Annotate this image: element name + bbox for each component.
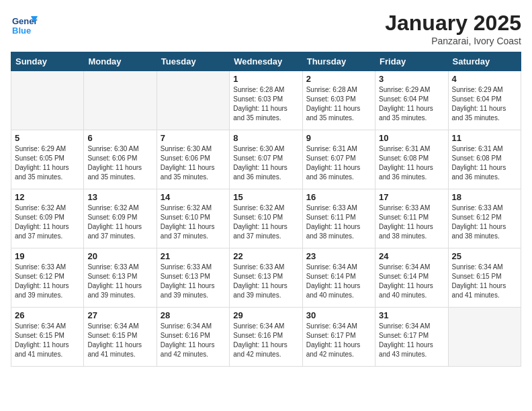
calendar-cell: 20 Sunrise: 6:33 AMSunset: 6:13 PMDaylig… — [84, 248, 157, 308]
day-info: Sunrise: 6:34 AMSunset: 6:14 PMDaylight:… — [379, 263, 433, 299]
day-number: 3 — [379, 74, 444, 84]
day-number: 31 — [379, 310, 444, 320]
day-number: 1 — [233, 74, 298, 84]
calendar-cell: 28 Sunrise: 6:34 AMSunset: 6:16 PMDaylig… — [157, 308, 229, 367]
day-number: 27 — [87, 310, 152, 320]
calendar-cell: 15 Sunrise: 6:32 AMSunset: 6:10 PMDaylig… — [230, 189, 302, 248]
calendar-cell: 12 Sunrise: 6:32 AMSunset: 6:09 PMDaylig… — [11, 189, 84, 248]
day-info: Sunrise: 6:28 AMSunset: 6:03 PMDaylight:… — [306, 86, 361, 122]
calendar-cell: 10 Sunrise: 6:31 AMSunset: 6:08 PMDaylig… — [375, 130, 448, 189]
day-info: Sunrise: 6:33 AMSunset: 6:11 PMDaylight:… — [306, 204, 361, 240]
day-number: 2 — [306, 74, 371, 84]
day-number: 9 — [306, 133, 371, 143]
day-info: Sunrise: 6:28 AMSunset: 6:03 PMDaylight:… — [233, 86, 287, 122]
calendar-cell: 26 Sunrise: 6:34 AMSunset: 6:15 PMDaylig… — [11, 308, 84, 367]
day-number: 13 — [87, 192, 152, 202]
day-number: 21 — [161, 251, 226, 261]
calendar-cell: 17 Sunrise: 6:33 AMSunset: 6:11 PMDaylig… — [375, 189, 448, 248]
calendar-cell: 30 Sunrise: 6:34 AMSunset: 6:17 PMDaylig… — [302, 308, 375, 367]
calendar-header-row: SundayMondayTuesdayWednesdayThursdayFrid… — [11, 52, 521, 71]
day-info: Sunrise: 6:32 AMSunset: 6:09 PMDaylight:… — [15, 204, 69, 240]
week-row-4: 26 Sunrise: 6:34 AMSunset: 6:15 PMDaylig… — [11, 308, 521, 367]
day-number: 8 — [233, 133, 298, 143]
day-info: Sunrise: 6:34 AMSunset: 6:16 PMDaylight:… — [161, 322, 215, 358]
col-header-saturday: Saturday — [448, 52, 521, 71]
calendar-cell: 31 Sunrise: 6:34 AMSunset: 6:17 PMDaylig… — [375, 308, 448, 367]
calendar-table: SundayMondayTuesdayWednesdayThursdayFrid… — [11, 52, 521, 367]
calendar-cell: 25 Sunrise: 6:34 AMSunset: 6:15 PMDaylig… — [448, 248, 521, 308]
day-info: Sunrise: 6:29 AMSunset: 6:04 PMDaylight:… — [379, 86, 433, 122]
calendar-cell: 3 Sunrise: 6:29 AMSunset: 6:04 PMDayligh… — [375, 71, 448, 130]
day-number: 29 — [233, 310, 298, 320]
day-info: Sunrise: 6:33 AMSunset: 6:11 PMDaylight:… — [379, 204, 433, 240]
calendar-cell: 24 Sunrise: 6:34 AMSunset: 6:14 PMDaylig… — [375, 248, 448, 308]
day-info: Sunrise: 6:30 AMSunset: 6:06 PMDaylight:… — [87, 145, 142, 181]
calendar-cell: 4 Sunrise: 6:29 AMSunset: 6:04 PMDayligh… — [448, 71, 521, 130]
day-number: 24 — [379, 251, 444, 261]
svg-text:Blue: Blue — [12, 26, 31, 36]
col-header-sunday: Sunday — [11, 52, 84, 71]
title-block: January 2025 Panzarai, Ivory Coast — [385, 11, 521, 46]
day-info: Sunrise: 6:31 AMSunset: 6:08 PMDaylight:… — [379, 145, 433, 181]
day-info: Sunrise: 6:34 AMSunset: 6:17 PMDaylight:… — [379, 322, 433, 358]
day-info: Sunrise: 6:34 AMSunset: 6:14 PMDaylight:… — [306, 263, 361, 299]
week-row-1: 5 Sunrise: 6:29 AMSunset: 6:05 PMDayligh… — [11, 130, 521, 189]
day-number: 10 — [379, 133, 444, 143]
day-number: 25 — [452, 251, 517, 261]
calendar-cell: 21 Sunrise: 6:33 AMSunset: 6:13 PMDaylig… — [157, 248, 229, 308]
day-info: Sunrise: 6:33 AMSunset: 6:12 PMDaylight:… — [15, 263, 69, 299]
day-number: 6 — [87, 133, 152, 143]
calendar-cell: 19 Sunrise: 6:33 AMSunset: 6:12 PMDaylig… — [11, 248, 84, 308]
day-number: 7 — [161, 133, 226, 143]
week-row-0: 1 Sunrise: 6:28 AMSunset: 6:03 PMDayligh… — [11, 71, 521, 130]
day-number: 14 — [161, 192, 226, 202]
day-number: 4 — [452, 74, 517, 84]
week-row-3: 19 Sunrise: 6:33 AMSunset: 6:12 PMDaylig… — [11, 248, 521, 308]
day-number: 18 — [452, 192, 517, 202]
calendar-cell: 11 Sunrise: 6:31 AMSunset: 6:08 PMDaylig… — [448, 130, 521, 189]
day-info: Sunrise: 6:32 AMSunset: 6:10 PMDaylight:… — [233, 204, 287, 240]
day-number: 19 — [15, 251, 80, 261]
day-info: Sunrise: 6:29 AMSunset: 6:05 PMDaylight:… — [15, 145, 69, 181]
day-info: Sunrise: 6:33 AMSunset: 6:13 PMDaylight:… — [161, 263, 215, 299]
day-number: 22 — [233, 251, 298, 261]
week-row-2: 12 Sunrise: 6:32 AMSunset: 6:09 PMDaylig… — [11, 189, 521, 248]
calendar-cell — [84, 71, 157, 130]
calendar-cell: 9 Sunrise: 6:31 AMSunset: 6:07 PMDayligh… — [302, 130, 375, 189]
day-number: 11 — [452, 133, 517, 143]
day-info: Sunrise: 6:29 AMSunset: 6:04 PMDaylight:… — [452, 86, 506, 122]
day-number: 20 — [87, 251, 152, 261]
day-info: Sunrise: 6:34 AMSunset: 6:16 PMDaylight:… — [233, 322, 287, 358]
calendar-cell — [11, 71, 84, 130]
day-info: Sunrise: 6:34 AMSunset: 6:15 PMDaylight:… — [87, 322, 142, 358]
logo: General Blue — [11, 11, 40, 38]
calendar-cell: 22 Sunrise: 6:33 AMSunset: 6:13 PMDaylig… — [230, 248, 302, 308]
day-info: Sunrise: 6:32 AMSunset: 6:10 PMDaylight:… — [161, 204, 215, 240]
calendar-cell: 13 Sunrise: 6:32 AMSunset: 6:09 PMDaylig… — [84, 189, 157, 248]
day-info: Sunrise: 6:31 AMSunset: 6:07 PMDaylight:… — [306, 145, 361, 181]
calendar-cell: 14 Sunrise: 6:32 AMSunset: 6:10 PMDaylig… — [157, 189, 229, 248]
day-info: Sunrise: 6:31 AMSunset: 6:08 PMDaylight:… — [452, 145, 506, 181]
day-info: Sunrise: 6:34 AMSunset: 6:15 PMDaylight:… — [452, 263, 506, 299]
col-header-friday: Friday — [375, 52, 448, 71]
calendar-cell — [157, 71, 229, 130]
calendar-cell: 29 Sunrise: 6:34 AMSunset: 6:16 PMDaylig… — [230, 308, 302, 367]
col-header-monday: Monday — [84, 52, 157, 71]
day-info: Sunrise: 6:33 AMSunset: 6:13 PMDaylight:… — [233, 263, 287, 299]
day-number: 15 — [233, 192, 298, 202]
calendar-cell: 5 Sunrise: 6:29 AMSunset: 6:05 PMDayligh… — [11, 130, 84, 189]
calendar-cell: 18 Sunrise: 6:33 AMSunset: 6:12 PMDaylig… — [448, 189, 521, 248]
day-info: Sunrise: 6:32 AMSunset: 6:09 PMDaylight:… — [87, 204, 142, 240]
calendar-cell: 27 Sunrise: 6:34 AMSunset: 6:15 PMDaylig… — [84, 308, 157, 367]
col-header-wednesday: Wednesday — [230, 52, 302, 71]
day-info: Sunrise: 6:34 AMSunset: 6:17 PMDaylight:… — [306, 322, 361, 358]
calendar-cell: 8 Sunrise: 6:30 AMSunset: 6:07 PMDayligh… — [230, 130, 302, 189]
day-number: 23 — [306, 251, 371, 261]
day-info: Sunrise: 6:30 AMSunset: 6:07 PMDaylight:… — [233, 145, 287, 181]
location-subtitle: Panzarai, Ivory Coast — [385, 36, 521, 46]
day-number: 28 — [161, 310, 226, 320]
calendar-cell: 6 Sunrise: 6:30 AMSunset: 6:06 PMDayligh… — [84, 130, 157, 189]
day-info: Sunrise: 6:33 AMSunset: 6:13 PMDaylight:… — [87, 263, 142, 299]
calendar-cell — [448, 308, 521, 367]
calendar-cell: 1 Sunrise: 6:28 AMSunset: 6:03 PMDayligh… — [230, 71, 302, 130]
